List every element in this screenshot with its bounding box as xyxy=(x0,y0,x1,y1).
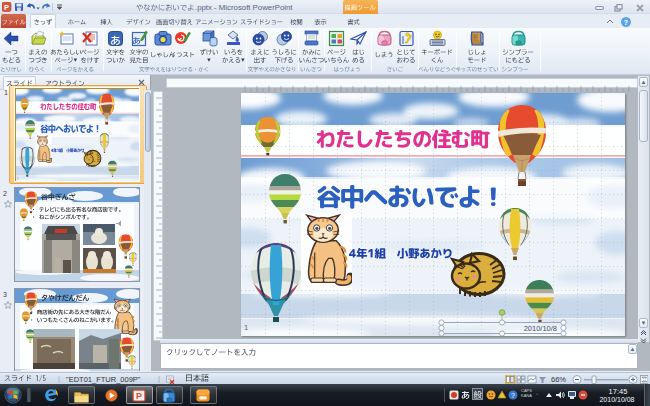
svg-text:?: ? xyxy=(511,392,515,399)
svg-text:2010/10/8: 2010/10/8 xyxy=(524,324,557,333)
svg-text:1: 1 xyxy=(244,323,248,332)
svg-text:?: ? xyxy=(624,19,628,26)
svg-text:P: P xyxy=(4,3,9,12)
svg-text:P: P xyxy=(136,391,142,401)
